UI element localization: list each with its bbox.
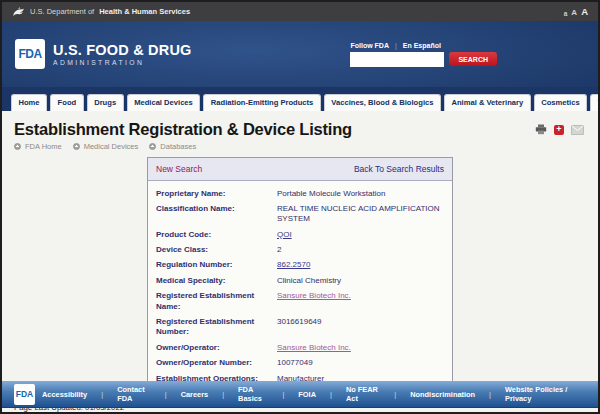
field-label: Regulation Number: — [156, 260, 277, 270]
footer-link[interactable]: FOIA| — [291, 390, 339, 399]
breadcrumb-label: FDA Home — [25, 142, 62, 151]
field-label: Registered Establishment Number: — [156, 317, 277, 338]
footer-link-separator: | — [222, 390, 224, 399]
new-search-link[interactable]: New Search — [156, 164, 202, 174]
nav-tab[interactable]: Vaccines, Blood & Biologics — [324, 94, 441, 112]
nav-tab[interactable]: Medical Devices — [127, 94, 201, 112]
field-label: Owner/Operator: — [156, 343, 277, 353]
footer-link-separator: | — [101, 390, 103, 399]
footer-link-label: No FEAR Act — [346, 385, 380, 403]
footer-bar: FDA Accessibility|Contact FDA|Careers|FD… — [2, 381, 598, 408]
page-title: Establishment Registration & Device List… — [14, 120, 586, 139]
field-value-cell: 862.2570 — [277, 260, 444, 270]
footer-link[interactable]: Accessibility| — [35, 390, 110, 399]
nav-tab[interactable]: Food — [50, 94, 84, 112]
footer-link[interactable]: FDA Basics| — [231, 385, 291, 403]
footer-link[interactable]: Careers| — [174, 390, 231, 399]
field-value[interactable]: Sansure Biotech Inc. — [277, 343, 351, 352]
footer-link-label: FOIA — [298, 390, 316, 399]
footer-link[interactable]: No FEAR Act| — [339, 385, 403, 403]
font-size-medium-button[interactable]: A — [571, 8, 577, 17]
brand-line1: U.S. FOOD & DRUG — [53, 42, 192, 58]
hhs-dept-name: Health & Human Services — [99, 7, 190, 16]
follow-fda-link[interactable]: Follow FDA — [350, 42, 389, 49]
footer-link-separator: | — [330, 390, 332, 399]
field-value[interactable]: 862.2570 — [277, 260, 310, 269]
print-icon[interactable] — [535, 124, 547, 135]
breadcrumb: FDA Home Medical Devices Databases — [14, 142, 586, 151]
field-value-cell: 10077049 — [277, 358, 444, 368]
field-label: Registered Establishment Name: — [156, 291, 277, 312]
table-row: Medical Specialty: Clinical Chemistry — [156, 273, 444, 288]
en-espanol-link[interactable]: En Español — [403, 42, 441, 49]
breadcrumb-label: Databases — [160, 142, 196, 151]
field-value-cell: Clinical Chemistry — [277, 276, 444, 286]
hhs-top-bar: U.S. Department of Health & Human Servic… — [2, 2, 598, 21]
field-value[interactable]: QOI — [277, 230, 292, 239]
field-value: Portable Molecule Workstation — [277, 189, 385, 198]
field-label: Product Code: — [156, 230, 277, 240]
footer-link-separator: | — [489, 390, 491, 399]
field-value: REAL TIME NUCLEIC ACID AMPLIFICATION SYS… — [277, 204, 440, 223]
field-value-cell: REAL TIME NUCLEIC ACID AMPLIFICATION SYS… — [277, 204, 444, 225]
email-icon[interactable] — [571, 125, 584, 135]
footer-link-label: Contact FDA — [117, 385, 151, 403]
field-value-cell: 2 — [277, 245, 444, 255]
fda-brand-link[interactable]: FDA U.S. FOOD & DRUG ADMINISTRATION — [15, 39, 192, 69]
search-button[interactable]: SEARCH — [449, 52, 497, 66]
fda-header: FDA U.S. FOOD & DRUG ADMINISTRATION Foll… — [2, 21, 598, 87]
field-value: 3016619649 — [277, 317, 322, 326]
results-toolbar: New Search Back To Search Results — [148, 158, 452, 181]
footer-link[interactable]: Website Policies / Privacy| — [498, 385, 586, 403]
footer-link-label: FDA Basics — [238, 385, 268, 403]
breadcrumb-item[interactable]: Databases — [149, 142, 196, 151]
field-label: Medical Specialty: — [156, 276, 277, 286]
footer-link[interactable]: Nondiscrimination| — [403, 390, 498, 399]
fda-brand-text: U.S. FOOD & DRUG ADMINISTRATION — [53, 42, 192, 66]
footer-link-separator: | — [282, 390, 284, 399]
breadcrumb-label: Medical Devices — [84, 142, 139, 151]
footer-link-label: Nondiscrimination — [410, 390, 475, 399]
font-size-small-button[interactable]: a — [564, 10, 568, 17]
fda-window: U.S. Department of Health & Human Servic… — [0, 0, 600, 414]
nav-tab[interactable]: Tobacco Products — [590, 94, 600, 112]
header-link-separator: | — [395, 42, 397, 49]
footer-link-separator: | — [165, 390, 167, 399]
back-to-results-link[interactable]: Back To Search Results — [354, 164, 444, 174]
field-value[interactable]: Sansure Biotech Inc. — [277, 291, 351, 300]
table-row: Device Class: 2 — [156, 243, 444, 258]
share-icon[interactable]: + — [554, 125, 564, 135]
breadcrumb-item[interactable]: FDA Home — [14, 142, 62, 151]
font-size-controls: a A A — [564, 6, 588, 17]
nav-tab[interactable]: Radiation-Emitting Products — [203, 94, 321, 112]
table-row: Classification Name: REAL TIME NUCLEIC A… — [156, 201, 444, 227]
field-value: 2 — [277, 245, 281, 254]
footer-link-label: Website Policies / Privacy — [505, 385, 579, 403]
footer-link-label: Careers — [181, 390, 209, 399]
table-row: Proprietary Name: Portable Molecule Work… — [156, 186, 444, 201]
hhs-dept-link[interactable]: U.S. Department of Health & Human Servic… — [12, 6, 564, 18]
footer-link-label: Accessibility — [42, 390, 87, 399]
page-action-icons: + — [535, 124, 584, 135]
field-value-cell: Portable Molecule Workstation — [277, 189, 444, 199]
font-size-large-button[interactable]: A — [581, 6, 588, 17]
field-value: 10077049 — [277, 358, 313, 367]
field-label: Device Class: — [156, 245, 277, 255]
nav-tab[interactable]: Home — [11, 94, 47, 112]
nav-tab[interactable]: Cosmetics — [534, 94, 587, 112]
footer-fda-logo[interactable]: FDA — [14, 384, 35, 405]
device-listing-panel: New Search Back To Search Results Propri… — [147, 157, 453, 394]
field-value-cell: Sansure Biotech Inc. — [277, 343, 444, 353]
table-row: Regulation Number: 862.2570 — [156, 258, 444, 273]
footer-link-separator: | — [394, 390, 396, 399]
footer-link[interactable]: Contact FDA| — [110, 385, 174, 403]
search-input[interactable] — [350, 52, 444, 67]
nav-tab[interactable]: Drugs — [87, 94, 124, 112]
breadcrumb-item[interactable]: Medical Devices — [73, 142, 139, 151]
nav-tab[interactable]: Animal & Veterinary — [444, 94, 531, 112]
fda-logo: FDA — [15, 39, 45, 69]
header-tools: Follow FDA | En Español SEARCH — [350, 42, 497, 67]
breadcrumb-bullet-icon — [73, 143, 80, 150]
field-value-cell: Sansure Biotech Inc. — [277, 291, 444, 312]
table-row: Registered Establishment Number: 3016619… — [156, 315, 444, 341]
